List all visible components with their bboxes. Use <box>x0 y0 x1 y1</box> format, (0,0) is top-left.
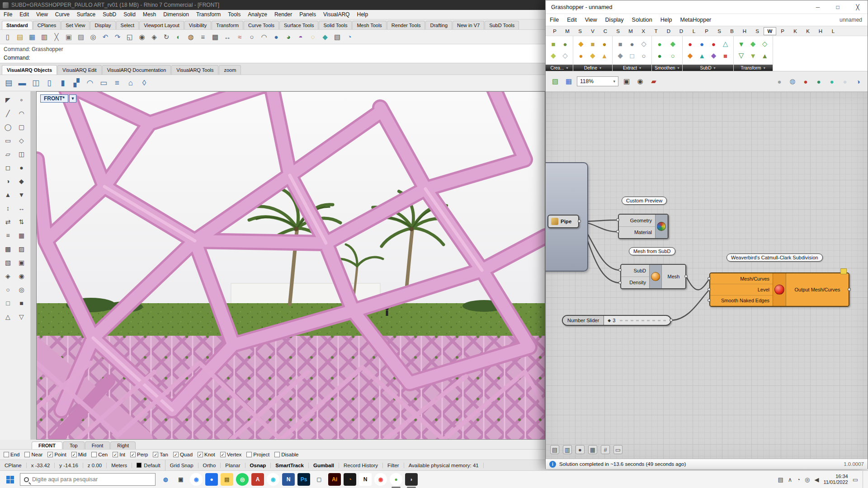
toolbar-tab[interactable]: Select <box>116 21 139 29</box>
gh-tab[interactable]: X <box>637 28 650 35</box>
side-tool-icon[interactable]: ◇ <box>16 135 28 146</box>
group-expand-icon[interactable]: ▾ <box>639 66 641 70</box>
slab-tool-icon[interactable]: ▭ <box>98 77 109 89</box>
layer-icon[interactable]: ≡ <box>197 31 209 43</box>
toolbar-tab[interactable]: Drafting <box>425 21 452 29</box>
subd-icon-3[interactable]: ● <box>697 38 708 49</box>
output-param[interactable]: Output Mesh/Curves <box>786 273 849 306</box>
checkbox-icon[interactable] <box>173 452 179 457</box>
visualarq-tab[interactable]: zoom <box>219 65 241 75</box>
osnap-toggle[interactable]: Int <box>113 452 125 457</box>
distance-icon[interactable]: ↔ <box>222 31 233 43</box>
side-tool-icon[interactable]: ◯ <box>2 121 14 133</box>
define-icon-3[interactable]: ■ <box>587 38 598 49</box>
menu-item[interactable]: Edit <box>16 10 33 19</box>
subd-input-port[interactable] <box>618 268 622 272</box>
blender-icon[interactable]: ◔ <box>344 473 356 486</box>
osnap-toggle[interactable]: Mid <box>71 452 87 457</box>
side-tool-icon[interactable]: ▱ <box>2 148 14 160</box>
scribble-widget-icon[interactable]: ● <box>576 445 585 454</box>
app-window-icon[interactable]: ▢ <box>313 473 326 486</box>
input-param[interactable]: Level <box>710 284 773 295</box>
status-toggle[interactable]: SmartTrack <box>271 463 309 468</box>
menu-item[interactable]: Surface <box>73 10 99 19</box>
status-cell[interactable]: CPlane <box>0 463 27 468</box>
viewport-tab[interactable]: FRONT <box>32 441 62 449</box>
checkbox-icon[interactable] <box>24 452 30 457</box>
weaverbird-output-port[interactable] <box>848 288 851 291</box>
create-icon-1[interactable]: ■ <box>548 38 559 49</box>
side-tool-icon[interactable]: ◻ <box>2 162 14 174</box>
create-icon-2[interactable]: ◆ <box>548 50 559 61</box>
status-toggle[interactable]: Osnap <box>245 463 271 468</box>
checkbox-icon[interactable] <box>71 452 77 457</box>
mesh-from-subd-component[interactable]: SubDDensity Mesh <box>620 264 686 289</box>
menu-item[interactable]: Transform <box>193 10 224 19</box>
group-expand-icon[interactable]: ▾ <box>566 66 568 70</box>
annotation-tool-icon[interactable]: ◊ <box>138 77 150 89</box>
material-icon[interactable]: ◓ <box>295 31 307 43</box>
toolbar-tab[interactable]: Curve Tools <box>244 21 279 29</box>
gh-tab[interactable]: D <box>675 28 688 35</box>
sphere-icon[interactable]: ● <box>270 31 282 43</box>
side-tool-icon[interactable]: ▨ <box>16 243 28 255</box>
start-button[interactable] <box>0 471 20 488</box>
level-input-port[interactable] <box>708 288 711 291</box>
side-tool-icon[interactable]: ▲ <box>2 189 14 201</box>
door-tool-icon[interactable]: ◫ <box>30 77 42 89</box>
osnap-toggle[interactable]: Knot <box>198 452 215 457</box>
side-tool-icon[interactable]: □ <box>2 297 14 309</box>
side-tool-icon[interactable]: ◈ <box>2 270 14 282</box>
gh-tab[interactable]: H <box>738 28 751 35</box>
half-preview-icon[interactable]: ◑ <box>852 75 864 87</box>
sun-icon[interactable]: ◌ <box>307 31 319 43</box>
gh-tab[interactable]: L <box>827 28 840 35</box>
toolbar-tab[interactable]: Viewport Layout <box>139 21 184 29</box>
status-toggle[interactable]: Filter <box>383 463 404 468</box>
mesh-from-subd-label[interactable]: Mesh from SubD <box>629 247 675 255</box>
pipe-component[interactable]: Pipe <box>547 215 579 228</box>
redo-icon[interactable]: ↷ <box>112 31 123 43</box>
transform-icon-4[interactable]: ▼ <box>748 50 759 61</box>
toolbar-tab[interactable]: New in V7 <box>453 21 484 29</box>
task-view-icon[interactable]: ▣ <box>175 473 187 486</box>
visualarq-tab[interactable]: VisualARQ Documentation <box>102 65 171 75</box>
autocad-icon[interactable]: A <box>251 473 264 486</box>
checkbox-icon[interactable] <box>4 452 9 457</box>
grasshopper-icon[interactable]: ● <box>390 473 402 486</box>
checkbox-icon[interactable] <box>198 452 203 457</box>
subd-icon-7[interactable]: △ <box>720 38 731 49</box>
gh-tab[interactable]: B <box>726 28 738 35</box>
taskbar-search[interactable] <box>20 473 156 486</box>
gh-tab[interactable]: P <box>700 28 713 35</box>
volume-icon[interactable]: ◀ <box>814 476 819 483</box>
toolbar-tab[interactable]: Mesh Tools <box>352 21 386 29</box>
side-tool-icon[interactable]: ▭ <box>2 135 14 146</box>
shaded-preview-icon[interactable]: ● <box>800 75 811 87</box>
slider-grip[interactable]: ◆ <box>608 318 611 323</box>
maximize-button[interactable]: □ <box>828 0 848 14</box>
visualarq-tab[interactable]: VisualARQ Edit <box>57 65 102 75</box>
tag-widget-icon[interactable]: # <box>601 445 610 454</box>
extract-icon-3[interactable]: ● <box>627 38 637 49</box>
transform-icon-1[interactable]: ▼ <box>736 38 747 49</box>
side-tool-icon[interactable]: ◉ <box>16 270 28 282</box>
menu-item[interactable]: Curve <box>52 10 73 19</box>
menu-item[interactable]: Solution <box>628 15 656 24</box>
menu-item[interactable]: Edit <box>563 15 581 24</box>
arc-icon[interactable]: ◠ <box>258 31 270 43</box>
column-tool-icon[interactable]: ▮ <box>57 77 69 89</box>
toolbar-tab[interactable]: Render Tools <box>387 21 425 29</box>
viewport-menu-chevron-icon[interactable]: ▼ <box>69 94 76 103</box>
menu-item[interactable]: Solid <box>120 10 139 19</box>
extract-icon-4[interactable]: □ <box>627 50 637 61</box>
status-cell[interactable]: Meters <box>107 463 132 468</box>
chrome-icon-2[interactable]: ◉ <box>374 473 387 486</box>
checkbox-icon[interactable] <box>220 452 226 457</box>
menu-item[interactable]: Panels <box>296 10 320 19</box>
illustrator-icon[interactable]: Ai <box>328 473 341 486</box>
status-toggle[interactable]: Available physical memory: 41 <box>404 463 484 468</box>
group-widget-icon[interactable]: ▥ <box>563 445 572 454</box>
subd-icon-2[interactable]: ◆ <box>685 50 696 61</box>
slider-track[interactable]: ◆ 3 <box>604 316 670 325</box>
